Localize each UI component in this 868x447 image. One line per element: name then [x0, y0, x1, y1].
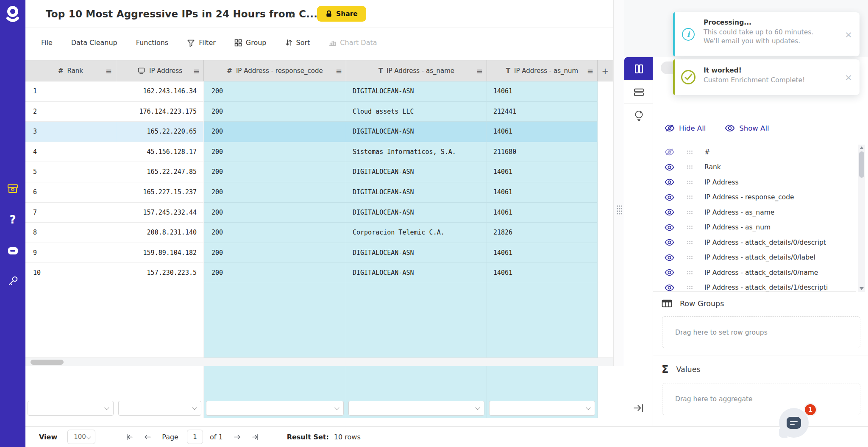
column-header-1[interactable]: IP Address≡ [116, 60, 204, 81]
cell-row3-col2[interactable]: 200 [204, 122, 346, 142]
cell-row6-col2[interactable]: 200 [204, 182, 346, 203]
api-key-icon[interactable] [0, 272, 25, 289]
cell-row4-col0[interactable]: 4 [25, 142, 116, 162]
scroll-up-icon[interactable] [860, 146, 864, 149]
column-filter-select[interactable] [348, 401, 484, 416]
next-page-button[interactable] [233, 433, 241, 441]
cell-row10-col0[interactable]: 10 [25, 263, 116, 283]
menu-item-functions[interactable]: Functions [136, 39, 168, 47]
cell-row5-col4[interactable]: 14061 [487, 162, 597, 182]
cell-row8-col4[interactable]: 21826 [487, 223, 597, 243]
column-header-2[interactable]: #IP Address - response_code≡ [204, 60, 346, 81]
toggle-visibility-button[interactable] [665, 179, 675, 186]
cell-row2-col0[interactable]: 2 [25, 102, 116, 122]
cell-row9-col3[interactable]: DIGITALOCEAN-ASN [346, 243, 487, 263]
toggle-visibility-button[interactable] [665, 164, 675, 171]
page-number-input[interactable] [187, 430, 203, 444]
horizontal-scrollbar-thumb[interactable] [31, 360, 64, 365]
cell-row6-col4[interactable]: 14061 [487, 182, 597, 203]
last-page-button[interactable] [251, 433, 260, 441]
cell-row5-col2[interactable]: 200 [204, 162, 346, 182]
column-menu-icon[interactable]: ≡ [336, 60, 342, 81]
cell-row9-col0[interactable]: 9 [25, 243, 116, 263]
cell-row4-col3[interactable]: Sistemas Informaticos, S.A. [346, 142, 487, 162]
first-page-button[interactable] [125, 433, 134, 441]
add-column-button[interactable]: + [598, 60, 613, 81]
cell-row5-col3[interactable]: DIGITALOCEAN-ASN [346, 162, 487, 182]
column-filter-select[interactable] [28, 401, 114, 416]
cell-row8-col1[interactable]: 200.8.231.140 [116, 223, 203, 243]
toggle-visibility-button[interactable] [665, 148, 675, 156]
drag-handle[interactable] [687, 271, 693, 275]
cell-row2-col4[interactable]: 212441 [487, 102, 597, 122]
collapse-panel-button[interactable] [624, 403, 653, 413]
hide-all-button[interactable]: Hide All [665, 124, 706, 132]
column-menu-icon[interactable]: ≡ [587, 60, 593, 81]
cell-row1-col3[interactable]: DIGITALOCEAN-ASN [346, 81, 487, 102]
cell-row9-col4[interactable]: 14061 [487, 243, 597, 263]
menu-item-sort[interactable]: Sort [285, 39, 310, 47]
drag-handle[interactable] [687, 255, 693, 260]
column-menu-icon[interactable]: ≡ [476, 60, 483, 81]
cell-row9-col2[interactable]: 200 [204, 243, 346, 263]
drag-handle[interactable] [687, 285, 693, 290]
tab-insights[interactable] [624, 104, 653, 127]
cell-row8-col2[interactable]: 200 [204, 223, 346, 243]
gigasheet-logo-icon[interactable] [4, 5, 21, 25]
column-filter-select[interactable] [489, 401, 595, 416]
cell-row1-col2[interactable]: 200 [204, 81, 346, 102]
cell-row8-col0[interactable]: 8 [25, 223, 116, 243]
cell-row2-col3[interactable]: Cloud assets LLC [346, 102, 487, 122]
previous-page-button[interactable] [144, 433, 152, 441]
cell-row10-col4[interactable]: 14061 [487, 263, 597, 283]
column-filter-select[interactable] [118, 401, 201, 416]
help-icon[interactable]: ? [0, 211, 25, 228]
resizer-grip-icon[interactable] [616, 205, 622, 218]
close-icon[interactable]: × [837, 59, 860, 95]
column-header-3[interactable]: TIP Address - as_name≡ [346, 60, 487, 81]
toggle-visibility-button[interactable] [665, 194, 675, 201]
cell-row4-col2[interactable]: 200 [204, 142, 346, 162]
cell-row2-col1[interactable]: 176.124.223.175 [116, 102, 203, 122]
cell-row2-col2[interactable]: 200 [204, 102, 346, 122]
cell-row1-col1[interactable]: 162.243.146.34 [116, 81, 203, 102]
toggle-visibility-button[interactable] [665, 269, 675, 276]
cell-row4-col1[interactable]: 45.156.128.17 [116, 142, 203, 162]
drag-handle[interactable] [687, 165, 693, 169]
share-button[interactable]: Share [317, 6, 366, 22]
column-filter-select[interactable] [206, 401, 344, 416]
column-menu-icon[interactable]: ≡ [106, 60, 112, 81]
column-list-scrollbar-thumb[interactable] [859, 151, 864, 178]
cell-row3-col4[interactable]: 14061 [487, 122, 597, 142]
cell-row9-col1[interactable]: 159.89.104.182 [116, 243, 203, 263]
values-dropzone[interactable]: Drag here to aggregate [662, 383, 860, 415]
cell-row8-col3[interactable]: Corporacion Telemic C.A. [346, 223, 487, 243]
cell-row7-col0[interactable]: 7 [25, 203, 116, 223]
cell-row7-col3[interactable]: DIGITALOCEAN-ASN [346, 203, 487, 223]
storage-box-icon[interactable] [0, 180, 25, 197]
toggle-visibility-button[interactable] [665, 254, 675, 261]
column-menu-icon[interactable]: ≡ [193, 60, 200, 81]
column-header-0[interactable]: #Rank≡ [25, 60, 116, 81]
cell-row4-col4[interactable]: 211680 [487, 142, 597, 162]
cell-row10-col3[interactable]: DIGITALOCEAN-ASN [346, 263, 487, 283]
cell-row1-col0[interactable]: 1 [25, 81, 116, 102]
cell-row7-col2[interactable]: 200 [204, 203, 346, 223]
cell-row5-col0[interactable]: 5 [25, 162, 116, 182]
column-header-4[interactable]: TIP Address - as_num≡ [487, 60, 598, 81]
drag-handle[interactable] [687, 180, 693, 184]
drag-handle[interactable] [687, 195, 693, 199]
row-groups-dropzone[interactable]: Drag here to set row groups [662, 316, 860, 348]
menu-item-file[interactable]: File [41, 39, 53, 47]
drag-handle[interactable] [687, 210, 693, 215]
cell-row10-col1[interactable]: 157.230.223.5 [116, 263, 203, 283]
tab-rows[interactable] [624, 81, 653, 104]
drag-handle[interactable] [687, 150, 693, 154]
show-all-button[interactable]: Show All [725, 124, 769, 132]
scroll-down-icon[interactable] [860, 287, 864, 290]
cell-row3-col0[interactable]: 3 [25, 122, 116, 142]
cell-row1-col4[interactable]: 14061 [487, 81, 597, 102]
title-chevron-icon[interactable] [290, 11, 295, 20]
toggle-visibility-button[interactable] [665, 239, 675, 246]
menu-item-filter[interactable]: Filter [187, 39, 216, 47]
